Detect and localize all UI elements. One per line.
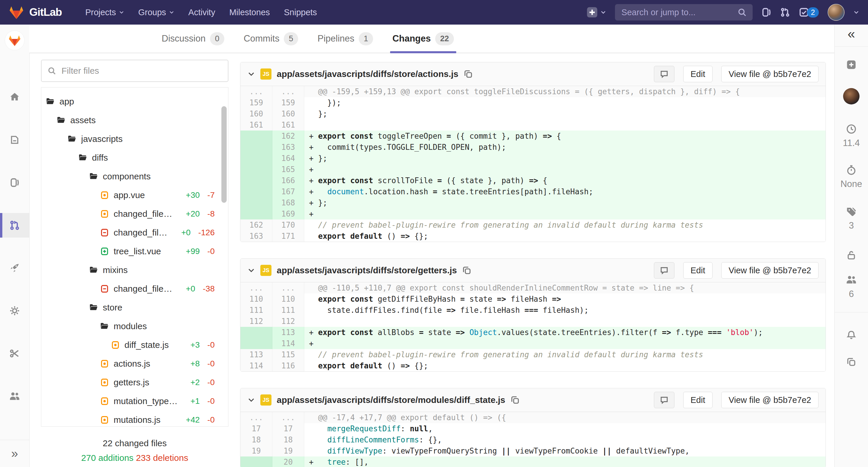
old-line-number[interactable]: 162 [241,220,272,231]
new-line-number[interactable]: 171 [272,231,304,242]
sidebar-item-document[interactable] [0,128,29,152]
edit-button[interactable]: Edit [683,392,713,408]
brand-title[interactable]: GitLab [29,6,62,19]
tree-scrollbar-thumb[interactable] [221,106,227,203]
chevron-down-icon[interactable] [247,396,255,404]
sidebar-item-members[interactable] [0,384,29,408]
nav-link-groups[interactable]: Groups [131,5,181,20]
old-line-number[interactable]: 19 [241,445,272,457]
sidebar-stopwatch[interactable]: None [840,165,862,189]
new-line-number[interactable]: 19 [272,445,304,457]
nav-link-activity[interactable]: Activity [181,5,222,20]
new-line-number[interactable]: 114 [272,338,304,349]
new-line-number[interactable]: 116 [272,360,304,371]
old-line-number[interactable]: 112 [241,316,272,327]
sidebar-item-operations[interactable] [0,298,29,323]
assignee-avatar[interactable] [843,88,860,104]
sidebar-item-merge-request[interactable] [0,213,29,238]
nav-link-projects[interactable]: Projects [78,5,131,20]
new-line-number[interactable]: 115 [272,349,304,360]
new-line-number[interactable]: ... [272,86,304,97]
nav-link-milestones[interactable]: Milestones [222,5,277,20]
filter-files-input[interactable] [61,66,222,76]
new-line-number[interactable]: 162 [272,131,304,142]
todos-icon[interactable]: 2 [799,7,819,18]
old-line-number[interactable] [241,131,272,142]
tree-item[interactable]: changed_files_dr...+0-126 [41,223,228,242]
new-line-number[interactable]: 161 [272,120,304,131]
view-file-button[interactable]: View file @ b5b7e7e2 [721,392,818,408]
old-line-number[interactable] [241,197,272,208]
new-line-number[interactable]: ... [272,412,304,423]
new-line-number[interactable]: 159 [272,97,304,108]
expand-sidebar-button[interactable]: » [0,440,29,467]
chevron-down-icon[interactable] [247,70,255,78]
chevron-down-icon[interactable] [247,267,255,274]
tab-discussion[interactable]: Discussion0 [162,25,224,53]
sidebar-item-snippets[interactable] [0,341,29,366]
new-line-number[interactable]: 17 [272,423,304,434]
sidebar-unlock[interactable] [846,250,856,260]
issues-icon[interactable] [762,7,771,17]
tree-item[interactable]: mutation_types.js+1-0 [41,392,228,410]
tree-item[interactable]: tree_list.vue+99-0 [41,242,228,261]
copy-path-icon[interactable] [464,69,473,79]
old-line-number[interactable]: 114 [241,360,272,371]
tab-pipelines[interactable]: Pipelines1 [317,25,373,53]
tree-item[interactable]: javascripts [41,130,228,148]
new-line-number[interactable]: 165 [272,164,304,175]
old-line-number[interactable]: ... [241,282,272,294]
old-line-number[interactable] [241,457,272,467]
copy-path-icon[interactable] [462,266,471,275]
edit-button[interactable]: Edit [683,66,713,82]
copy-path-icon[interactable] [510,395,520,405]
old-line-number[interactable]: ... [241,86,272,97]
tree-item[interactable]: assets [41,111,228,130]
old-line-number[interactable] [241,175,272,186]
sidebar-assignee-avatar[interactable] [843,88,860,104]
user-menu-chevron-icon[interactable] [854,9,859,15]
tab-commits[interactable]: Commits5 [244,25,298,53]
old-line-number[interactable]: 159 [241,97,272,108]
new-line-number[interactable]: 169 [272,208,304,220]
tree-item[interactable]: mutations.js+42-0 [41,410,228,427]
toggle-comments-button[interactable] [654,262,675,278]
toggle-comments-button[interactable] [654,66,675,82]
sidebar-notifications[interactable] [846,329,857,339]
merge-requests-icon[interactable] [780,7,790,17]
sidebar-participants[interactable]: 6 [846,274,857,299]
old-line-number[interactable] [241,153,272,164]
search-box[interactable] [615,4,753,21]
new-line-number[interactable]: 111 [272,305,304,316]
old-line-number[interactable]: 18 [241,434,272,445]
search-input[interactable] [621,7,737,18]
new-line-number[interactable]: 112 [272,316,304,327]
gitlab-tanuki-logo-icon[interactable] [9,5,24,20]
new-line-number[interactable]: 160 [272,108,304,120]
tree-item[interactable]: getters.js+2-0 [41,373,228,392]
tree-item[interactable]: mixins [41,261,228,279]
old-line-number[interactable] [241,164,272,175]
new-menu-button[interactable] [586,6,606,18]
sidebar-copy-reference[interactable] [846,357,856,367]
tree-item[interactable]: diffs [41,148,228,167]
sidebar-clock[interactable]: 11.4 [843,124,860,148]
old-line-number[interactable] [241,208,272,220]
old-line-number[interactable] [241,186,272,197]
new-line-number[interactable]: 168 [272,197,304,208]
edit-button[interactable]: Edit [683,262,713,278]
new-line-number[interactable]: 20 [272,457,304,467]
filter-files-box[interactable] [41,60,228,82]
project-avatar-tanuki-icon[interactable] [5,30,25,50]
sidebar-plus[interactable] [846,59,857,70]
sidebar-labels[interactable]: 3 [846,206,857,231]
nav-link-snippets[interactable]: Snippets [277,5,324,20]
tree-item[interactable]: store [41,298,228,317]
sidebar-item-home[interactable] [0,85,29,109]
new-line-number[interactable]: 164 [272,153,304,164]
tab-changes[interactable]: Changes22 [393,25,454,53]
view-file-button[interactable]: View file @ b5b7e7e2 [721,66,818,82]
new-line-number[interactable]: 167 [272,186,304,197]
new-line-number[interactable]: 18 [272,434,304,445]
old-line-number[interactable]: 163 [241,231,272,242]
